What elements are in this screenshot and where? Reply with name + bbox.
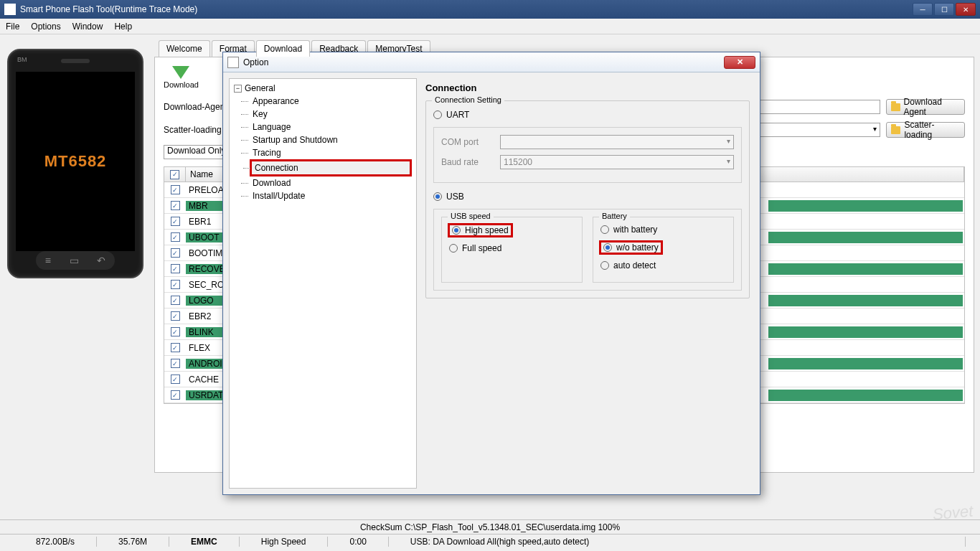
tree-item-connection[interactable]: Connection (250, 159, 412, 176)
tree-root-label: General (245, 83, 275, 93)
tree-item-language[interactable]: Language (250, 121, 412, 133)
progress-cell (767, 311, 964, 322)
back-icon: ↶ (97, 255, 105, 266)
phone-bm-label: BM (17, 56, 27, 63)
auto-detect-radio[interactable] (600, 261, 609, 270)
row-checkbox[interactable]: ✓ (164, 232, 186, 242)
phone-mockup: BM MT6582 ≡ ▭ ↶ (7, 49, 143, 278)
maximize-button[interactable]: ☐ (934, 3, 954, 16)
progress-cell (767, 326, 964, 338)
dialog-title: Option (243, 57, 724, 67)
download-button[interactable]: Download (164, 66, 199, 89)
full-speed-row[interactable]: Full speed (449, 243, 575, 253)
progress-cell (767, 232, 964, 243)
checksum-text: CheckSum C:\SP_Flash_Tool_v5.1348.01_SEC… (360, 522, 620, 532)
download-arrow-icon (172, 66, 189, 79)
menu-help[interactable]: Help (114, 22, 132, 32)
window-title: Smart Phone Flash Tool(Runtime Trace Mod… (20, 4, 913, 14)
row-checkbox[interactable]: ✓ (164, 248, 186, 258)
progress-cell (767, 390, 964, 401)
auto-detect-row[interactable]: auto detect (600, 260, 726, 270)
full-speed-radio[interactable] (449, 244, 458, 253)
progress-bar (768, 232, 963, 243)
uart-radio-row[interactable]: UART (433, 110, 742, 120)
menu-options[interactable]: Options (31, 22, 60, 32)
tab-download[interactable]: Download (256, 40, 310, 57)
home-icon: ▭ (70, 255, 79, 266)
dialog-close-button[interactable]: ✕ (724, 56, 755, 69)
tree-item-install[interactable]: Install/Update (250, 189, 412, 202)
phone-preview-panel: BM MT6582 ≡ ▭ ↶ (0, 34, 154, 532)
tree-item-key[interactable]: Key (250, 108, 412, 121)
tree-item-tracing[interactable]: Tracing (250, 146, 412, 159)
menu-window[interactable]: Window (72, 22, 103, 32)
row-checkbox[interactable]: ✓ (164, 390, 186, 400)
chevron-down-icon: ▾ (873, 125, 877, 133)
battery-group: Battery with battery w/o battery (593, 217, 734, 283)
collapse-icon[interactable]: − (234, 85, 242, 93)
usb-speed-legend: USB speed (448, 212, 494, 220)
status-storage: EMMC (169, 537, 240, 547)
tree-item-startup[interactable]: Startup and Shutdown (250, 133, 412, 146)
tree-root-general[interactable]: − General (234, 83, 412, 93)
com-port-select[interactable] (500, 135, 734, 149)
tree-item-appearance[interactable]: Appearance (250, 95, 412, 108)
progress-bar (768, 200, 963, 212)
phone-model-text: MT6582 (44, 152, 107, 171)
progress-bar (768, 263, 963, 275)
main-titlebar: Smart Phone Flash Tool(Runtime Trace Mod… (0, 0, 980, 19)
progress-bar (768, 326, 963, 338)
download-agent-browse-label: Download Agent (904, 97, 960, 117)
wo-battery-row[interactable]: w/o battery (600, 242, 726, 253)
status-bar: 872.00B/s 35.76M EMMC High Speed 0:00 US… (0, 534, 980, 548)
row-checkbox[interactable]: ✓ (164, 311, 186, 321)
menu-file[interactable]: File (6, 22, 19, 32)
row-checkbox[interactable]: ✓ (164, 296, 186, 305)
row-checkbox[interactable]: ✓ (164, 327, 186, 336)
dialog-icon (227, 57, 239, 68)
wo-battery-radio[interactable] (603, 243, 612, 252)
progress-cell (767, 374, 964, 385)
wo-battery-label: w/o battery (616, 242, 659, 253)
minimize-button[interactable]: ─ (913, 3, 933, 16)
folder-icon (891, 103, 900, 111)
option-dialog: Option ✕ − General Appearance Key Langua… (222, 52, 760, 495)
baud-rate-label: Baud rate (441, 157, 491, 167)
usb-speed-group: USB speed High speed Full speed (441, 217, 583, 283)
progress-bar (768, 248, 963, 259)
with-battery-row[interactable]: with battery (600, 225, 726, 235)
row-checkbox[interactable]: ✓ (164, 280, 186, 289)
usb-radio[interactable] (433, 192, 442, 201)
row-checkbox[interactable]: ✓ (164, 264, 186, 273)
usb-radio-row[interactable]: USB (433, 192, 742, 202)
row-checkbox[interactable]: ✓ (164, 185, 186, 194)
row-checkbox[interactable]: ✓ (164, 343, 186, 352)
uart-radio[interactable] (433, 110, 442, 119)
phone-speaker (61, 59, 90, 63)
row-checkbox[interactable]: ✓ (164, 359, 186, 368)
progress-cell (767, 295, 964, 306)
scatter-loading-browse-button[interactable]: Scatter-loading (886, 122, 965, 138)
progress-cell (767, 342, 964, 354)
row-checkbox[interactable]: ✓ (164, 217, 186, 226)
progress-bar (768, 390, 963, 401)
row-checkbox[interactable]: ✓ (164, 201, 186, 210)
uart-label: UART (446, 110, 469, 120)
baud-rate-select[interactable]: 115200 (500, 155, 734, 169)
close-button[interactable]: ✕ (956, 3, 976, 16)
progress-bar (768, 374, 963, 385)
row-checkbox[interactable]: ✓ (164, 375, 186, 384)
progress-cell (767, 216, 964, 227)
header-checkbox[interactable]: ✓ (164, 167, 186, 182)
tree-item-download[interactable]: Download (250, 176, 412, 189)
progress-bar (768, 358, 963, 369)
battery-legend: Battery (599, 212, 630, 220)
usb-label: USB (446, 192, 464, 202)
high-speed-radio[interactable] (452, 226, 461, 235)
download-agent-browse-button[interactable]: Download Agent (886, 99, 965, 115)
with-battery-radio[interactable] (600, 225, 609, 234)
tab-welcome[interactable]: Welcome (159, 40, 210, 57)
high-speed-row[interactable]: High speed (449, 225, 575, 236)
progress-cell (767, 279, 964, 291)
phone-nav-bar: ≡ ▭ ↶ (36, 251, 115, 270)
